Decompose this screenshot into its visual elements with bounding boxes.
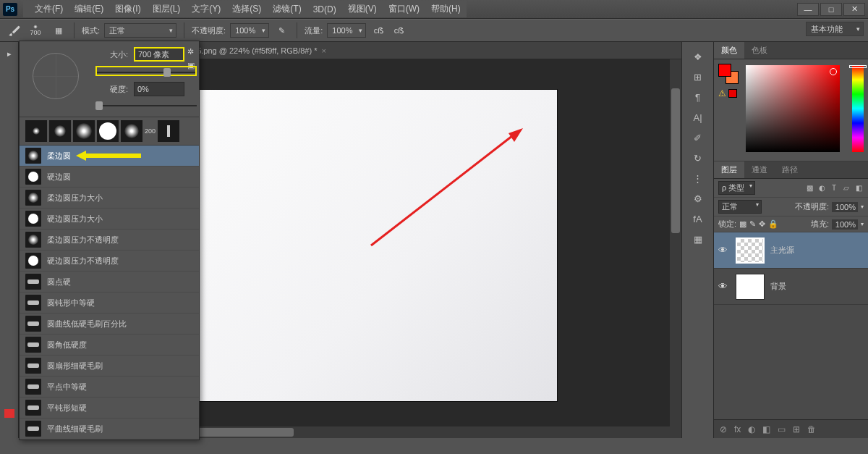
dock-panel-icon[interactable]: ▦ [688, 230, 708, 248]
canvas[interactable] [143, 90, 557, 401]
layer-filter-icons[interactable]: ▩◐T▱◧ [804, 183, 864, 193]
preset-thumb[interactable] [49, 120, 71, 142]
preset-thumb[interactable] [97, 120, 119, 142]
close-button[interactable]: ✕ [843, 3, 865, 16]
lock-all-icon[interactable]: 🔒 [768, 219, 778, 229]
menu-item[interactable]: 帮助(H) [425, 3, 467, 15]
layer-footer-button[interactable]: 🗑 [807, 424, 816, 434]
gear-icon[interactable]: ✲ [187, 47, 195, 56]
layer-name[interactable]: 主光源 [770, 245, 794, 256]
visibility-eye-icon[interactable]: 👁 [718, 281, 730, 292]
maximize-button[interactable]: □ [820, 3, 842, 16]
close-tab-icon[interactable]: × [321, 46, 326, 55]
brush-preset-item[interactable]: 圆曲线低硬毛刷百分比 [20, 314, 199, 335]
brush-size-slider[interactable] [95, 66, 197, 76]
brush-preset-item[interactable]: 圆点硬 [20, 272, 199, 293]
dock-panel-icon[interactable]: ↻ [688, 149, 708, 167]
lock-position-icon[interactable]: ✥ [759, 219, 765, 229]
menu-item[interactable]: 选择(S) [226, 3, 267, 15]
brush-preset-item[interactable]: 圆钝形中等硬 [20, 293, 199, 314]
dock-panel-icon[interactable]: fA [688, 210, 708, 227]
preset-thumb[interactable] [121, 120, 142, 142]
opacity-pressure-icon[interactable]: ✎ [273, 22, 289, 38]
brush-preset-item[interactable]: 圆角低硬度 [20, 335, 199, 356]
panel-tab[interactable]: 色板 [744, 42, 775, 59]
layer-footer-button[interactable]: ◧ [762, 424, 770, 434]
panel-tab[interactable]: 图层 [714, 161, 744, 178]
menu-item[interactable]: 滤镜(T) [267, 3, 307, 15]
fg-bg-swatches[interactable] [718, 64, 739, 84]
document-tab[interactable]: 5.png @ 224% (#f5f9ff, RGB/8#) *× [191, 43, 335, 59]
dock-panel-icon[interactable]: ⊞ [688, 68, 708, 85]
layer-footer-button[interactable]: ▭ [778, 424, 786, 434]
menu-item[interactable]: 图层(L) [147, 3, 187, 15]
brush-item-thumb [25, 211, 41, 227]
layer-fill-field[interactable]: 100% [832, 219, 858, 230]
opacity-field[interactable]: 100% [230, 23, 269, 38]
panel-tab[interactable]: 通道 [744, 161, 775, 178]
menu-item[interactable]: 3D(D) [307, 4, 342, 14]
toolbox: ▸ [0, 42, 19, 438]
vertical-scrollbar[interactable] [670, 59, 681, 426]
brush-preset-item[interactable]: 柔边圆 [20, 146, 199, 167]
brush-preset-item[interactable]: 平点中等硬 [20, 377, 199, 398]
menu-item[interactable]: 文字(Y) [186, 3, 226, 15]
brush-preset-item[interactable]: 硬边圆 [20, 167, 199, 188]
menu-item[interactable]: 窗口(W) [383, 3, 425, 15]
brush-panel-toggle-icon[interactable]: ▦ [51, 22, 67, 38]
visibility-eye-icon[interactable]: 👁 [718, 245, 730, 256]
lock-paint-icon[interactable]: ✎ [749, 219, 756, 229]
dock-panel-icon[interactable]: ¶ [688, 88, 708, 106]
layer-footer-button[interactable]: fx [734, 424, 741, 434]
preset-thumb[interactable] [25, 120, 47, 142]
layer-footer-button[interactable]: ⊘ [720, 424, 727, 434]
brush-preset-item[interactable]: 平曲线细硬毛刷 [20, 419, 199, 440]
dock-panel-icon[interactable]: ⚙ [688, 190, 708, 207]
brush-preset-item[interactable]: 圆扇形细硬毛刷 [20, 356, 199, 377]
layer-footer-button[interactable]: ◐ [748, 424, 755, 434]
layer-footer-button[interactable]: ⊞ [793, 424, 800, 434]
brush-preset-picker[interactable]: 700 [25, 22, 46, 38]
color-field[interactable] [746, 65, 840, 152]
layer-thumbnail[interactable] [736, 237, 765, 264]
workspace-switcher[interactable]: 基本功能 [806, 22, 864, 36]
layer-row[interactable]: 👁主光源 [714, 232, 868, 269]
layer-name[interactable]: 背景 [770, 281, 786, 292]
brush-size-input[interactable]: 700 像素 [134, 47, 184, 62]
preset-thumb[interactable] [158, 120, 179, 142]
brush-preset-item[interactable]: 硬边圆压力不透明度 [20, 251, 199, 272]
tool-slot[interactable] [4, 409, 14, 418]
layer-row[interactable]: 👁背景 [714, 269, 868, 305]
dock-panel-icon[interactable]: ❖ [688, 48, 708, 65]
dock-panel-icon[interactable]: ⋮ [688, 169, 708, 187]
menu-item[interactable]: 文件(F) [29, 3, 69, 15]
layer-thumbnail[interactable] [736, 274, 765, 300]
dock-panel-icon[interactable]: ✐ [688, 129, 708, 146]
foreground-swatch[interactable] [718, 64, 731, 77]
menu-item[interactable]: 图像(I) [109, 3, 146, 15]
brush-preset-item[interactable]: 柔边圆压力不透明度 [20, 230, 199, 251]
hue-slider[interactable] [852, 65, 864, 152]
preset-thumb[interactable] [73, 120, 95, 142]
lock-transparency-icon[interactable]: ▩ [739, 219, 746, 229]
blend-mode-select[interactable]: 正常 [104, 23, 176, 38]
tool-slot[interactable]: ▸ [1, 46, 17, 62]
size-pressure-icon[interactable]: cẞ [391, 22, 407, 38]
brush-preset-item[interactable]: 平钝形短硬 [20, 398, 199, 419]
minimize-button[interactable]: — [797, 3, 819, 16]
layer-blend-select[interactable]: 正常 [718, 200, 762, 214]
brush-preset-list[interactable]: 柔边圆硬边圆柔边圆压力大小硬边圆压力大小柔边圆压力不透明度硬边圆压力不透明度圆点… [20, 146, 199, 440]
brush-preset-item[interactable]: 硬边圆压力大小 [20, 209, 199, 230]
brush-preset-item[interactable]: 柔边圆压力大小 [20, 188, 199, 209]
menu-item[interactable]: 编辑(E) [69, 3, 109, 15]
brush-hardness-slider[interactable] [95, 101, 197, 111]
layer-opacity-field[interactable]: 100% [832, 202, 858, 212]
dock-panel-icon[interactable]: A| [688, 109, 708, 126]
layer-filter-kind[interactable]: ρ 类型 [718, 181, 755, 195]
menu-item[interactable]: 视图(V) [342, 3, 383, 15]
airbrush-icon[interactable]: cẞ [370, 22, 386, 38]
flow-field[interactable]: 100% [327, 23, 366, 38]
panel-tab[interactable]: 路径 [775, 161, 805, 178]
brush-hardness-input[interactable]: 0% [134, 82, 184, 96]
panel-tab[interactable]: 颜色 [714, 42, 744, 59]
